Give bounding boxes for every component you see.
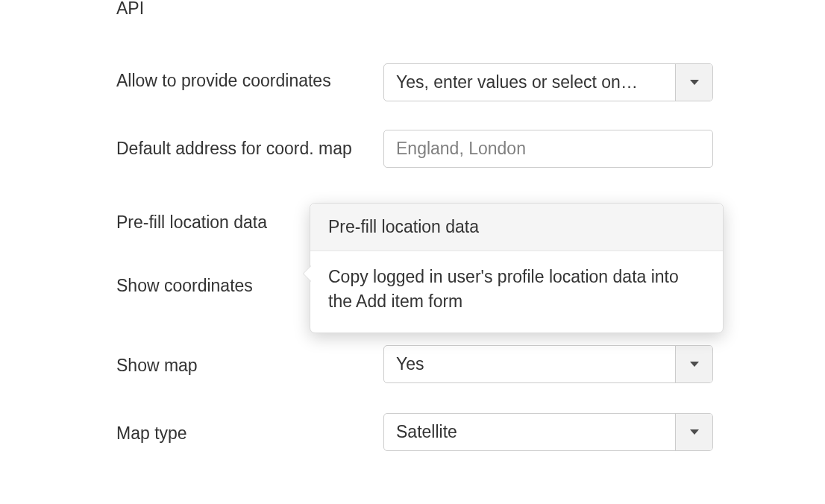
select-allow-coordinates[interactable]: Yes, enter values or select on… [383,63,713,101]
label-allow-coordinates: Allow to provide coordinates [116,63,383,92]
select-value-map-type: Satellite [384,414,676,450]
caret-down-icon [676,64,712,101]
tooltip-title: Pre-fill location data [310,204,723,251]
form-row-map-type: Map type Satellite [116,413,825,451]
caret-down-icon [676,346,712,382]
label-default-address: Default address for coord. map [116,130,383,160]
input-wrap-default-address [383,130,713,168]
form-row-default-address: Default address for coord. map [116,130,825,168]
tooltip-prefill: Pre-fill location data Copy logged in us… [310,203,724,333]
select-show-map[interactable]: Yes [383,345,713,383]
select-value-allow-coordinates: Yes, enter values or select on… [384,64,676,101]
form-row-show-map: Show map Yes [116,345,825,383]
select-value-show-map: Yes [384,346,676,382]
label-show-map: Show map [116,345,383,377]
form-row-allow-coordinates: Allow to provide coordinates Yes, enter … [116,63,825,101]
form-row-api: API [116,0,825,17]
tooltip-arrow-icon [303,265,311,282]
select-map-type[interactable]: Satellite [383,413,713,451]
input-default-address[interactable] [396,130,700,167]
tooltip-body: Copy logged in user's profile location d… [310,251,723,333]
caret-down-icon [676,414,712,450]
label-map-type: Map type [116,413,383,445]
label-api: API [116,0,383,17]
